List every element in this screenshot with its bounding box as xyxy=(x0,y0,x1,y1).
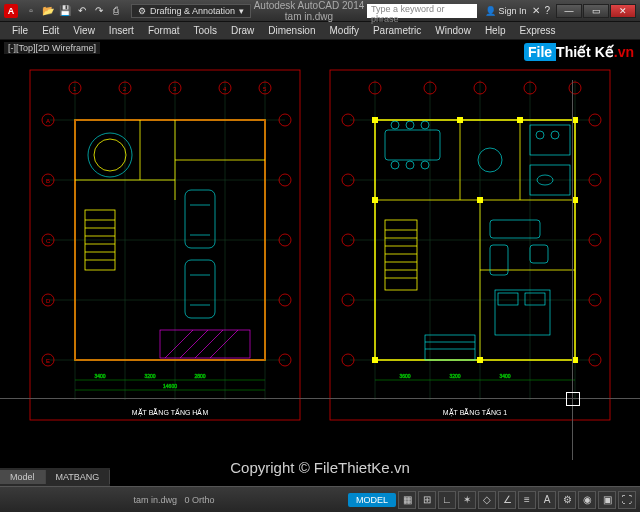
svg-text:3200: 3200 xyxy=(449,373,460,379)
menu-tools[interactable]: Tools xyxy=(188,23,223,38)
svg-line-58 xyxy=(165,330,193,358)
svg-text:14600: 14600 xyxy=(163,383,177,389)
svg-text:B: B xyxy=(46,178,50,184)
quick-access-toolbar: ▫ 📂 💾 ↶ ↷ ⎙ xyxy=(24,4,123,18)
status-bar: tam in.dwg 0 Ortho MODEL ▦ ⊞ ∟ ✶ ◇ ∠ ≡ A… xyxy=(0,486,640,512)
svg-rect-116 xyxy=(530,245,548,263)
pickbox-cursor xyxy=(566,392,580,406)
svg-rect-135 xyxy=(372,197,378,203)
svg-rect-57 xyxy=(160,330,250,358)
gear-icon: ⚙ xyxy=(138,6,146,16)
otrack-toggle-icon[interactable]: ∠ xyxy=(498,491,516,509)
watermark-logo: FileThiết Kế.vn xyxy=(524,44,634,60)
menu-modify[interactable]: Modify xyxy=(324,23,365,38)
svg-point-43 xyxy=(94,139,126,171)
svg-text:1: 1 xyxy=(73,86,77,92)
svg-point-110 xyxy=(536,131,544,139)
svg-point-102 xyxy=(391,121,399,129)
svg-rect-132 xyxy=(457,117,463,123)
menu-insert[interactable]: Insert xyxy=(103,23,140,38)
workspace-label: Drafting & Annotation xyxy=(150,6,235,16)
svg-rect-128 xyxy=(425,335,475,360)
svg-rect-115 xyxy=(490,245,508,275)
svg-rect-114 xyxy=(490,220,540,238)
drawing-area[interactable]: [-][Top][2D Wireframe] 1 2 3 4 5 xyxy=(0,40,640,486)
svg-line-60 xyxy=(195,330,223,358)
signin-link[interactable]: 👤 Sign In xyxy=(485,6,527,16)
workspace-selector[interactable]: ⚙ Drafting & Annotation ▾ xyxy=(131,4,251,18)
window-controls: — ▭ ✕ xyxy=(556,4,636,18)
svg-point-42 xyxy=(88,133,132,177)
svg-text:3400: 3400 xyxy=(94,373,105,379)
clean-screen-icon[interactable]: ⛶ xyxy=(618,491,636,509)
svg-rect-139 xyxy=(477,357,483,363)
svg-text:4: 4 xyxy=(223,86,227,92)
lineweight-toggle-icon[interactable]: ≡ xyxy=(518,491,536,509)
svg-point-107 xyxy=(421,161,429,169)
command-line[interactable]: tam in.dwg 0 Ortho xyxy=(4,495,344,505)
svg-text:5: 5 xyxy=(263,86,267,92)
svg-point-108 xyxy=(478,148,502,172)
menu-dimension[interactable]: Dimension xyxy=(262,23,321,38)
svg-point-104 xyxy=(421,121,429,129)
svg-text:3600: 3600 xyxy=(399,373,410,379)
qat-new-icon[interactable]: ▫ xyxy=(24,4,38,18)
cad-canvas[interactable]: 1 2 3 4 5 A B C D E xyxy=(0,40,640,486)
polar-toggle-icon[interactable]: ✶ xyxy=(458,491,476,509)
svg-text:3: 3 xyxy=(173,86,177,92)
help-search-input[interactable]: Type a keyword or phrase xyxy=(367,4,477,18)
crosshair-horizontal xyxy=(0,398,640,399)
menu-window[interactable]: Window xyxy=(429,23,477,38)
titlebar: A ▫ 📂 💾 ↶ ↷ ⎙ ⚙ Drafting & Annotation ▾ … xyxy=(0,0,640,22)
qat-redo-icon[interactable]: ↷ xyxy=(92,4,106,18)
svg-text:E: E xyxy=(46,358,50,364)
ortho-toggle-icon[interactable]: ∟ xyxy=(438,491,456,509)
svg-point-105 xyxy=(391,161,399,169)
hardware-accel-icon[interactable]: ◉ xyxy=(578,491,596,509)
qat-open-icon[interactable]: 📂 xyxy=(41,4,55,18)
window-title: Autodesk AutoCAD 2014 tam in.dwg xyxy=(251,0,367,22)
svg-text:D: D xyxy=(46,298,51,304)
qat-plot-icon[interactable]: ⎙ xyxy=(109,4,123,18)
tab-layout-1[interactable]: MATBANG xyxy=(46,470,111,484)
close-button[interactable]: ✕ xyxy=(610,4,636,18)
svg-text:2: 2 xyxy=(123,86,127,92)
svg-text:A: A xyxy=(46,118,50,124)
svg-rect-131 xyxy=(372,117,378,123)
svg-point-103 xyxy=(406,121,414,129)
workspace-switch-icon[interactable]: ⚙ xyxy=(558,491,576,509)
chevron-down-icon: ▾ xyxy=(239,6,244,16)
svg-rect-138 xyxy=(372,357,378,363)
snap-toggle-icon[interactable]: ⊞ xyxy=(418,491,436,509)
annotation-scale-icon[interactable]: A xyxy=(538,491,556,509)
menu-help[interactable]: Help xyxy=(479,23,512,38)
menu-file[interactable]: File xyxy=(6,23,34,38)
model-space-button[interactable]: MODEL xyxy=(348,493,396,507)
exchange-icon[interactable]: ✕ xyxy=(532,5,540,16)
qat-save-icon[interactable]: 💾 xyxy=(58,4,72,18)
svg-rect-133 xyxy=(517,117,523,123)
qat-undo-icon[interactable]: ↶ xyxy=(75,4,89,18)
svg-rect-101 xyxy=(385,130,440,160)
help-icon[interactable]: ? xyxy=(544,5,550,16)
isolate-objects-icon[interactable]: ▣ xyxy=(598,491,616,509)
menu-format[interactable]: Format xyxy=(142,23,186,38)
maximize-button[interactable]: ▭ xyxy=(583,4,609,18)
tab-model[interactable]: Model xyxy=(0,470,46,484)
app-menu-icon[interactable]: A xyxy=(4,4,18,18)
minimize-button[interactable]: — xyxy=(556,4,582,18)
svg-rect-117 xyxy=(495,290,550,335)
svg-text:MẶT BẰNG TẦNG 1: MẶT BẰNG TẦNG 1 xyxy=(443,408,508,417)
osnap-toggle-icon[interactable]: ◇ xyxy=(478,491,496,509)
grid-toggle-icon[interactable]: ▦ xyxy=(398,491,416,509)
svg-rect-0 xyxy=(30,70,300,420)
menu-view[interactable]: View xyxy=(67,23,101,38)
svg-line-61 xyxy=(210,330,238,358)
menu-draw[interactable]: Draw xyxy=(225,23,260,38)
layout-tabs: Model MATBANG xyxy=(0,468,110,486)
menu-edit[interactable]: Edit xyxy=(36,23,65,38)
menu-parametric[interactable]: Parametric xyxy=(367,23,427,38)
svg-rect-120 xyxy=(385,220,417,290)
svg-rect-109 xyxy=(530,125,570,155)
menu-express[interactable]: Express xyxy=(513,23,561,38)
